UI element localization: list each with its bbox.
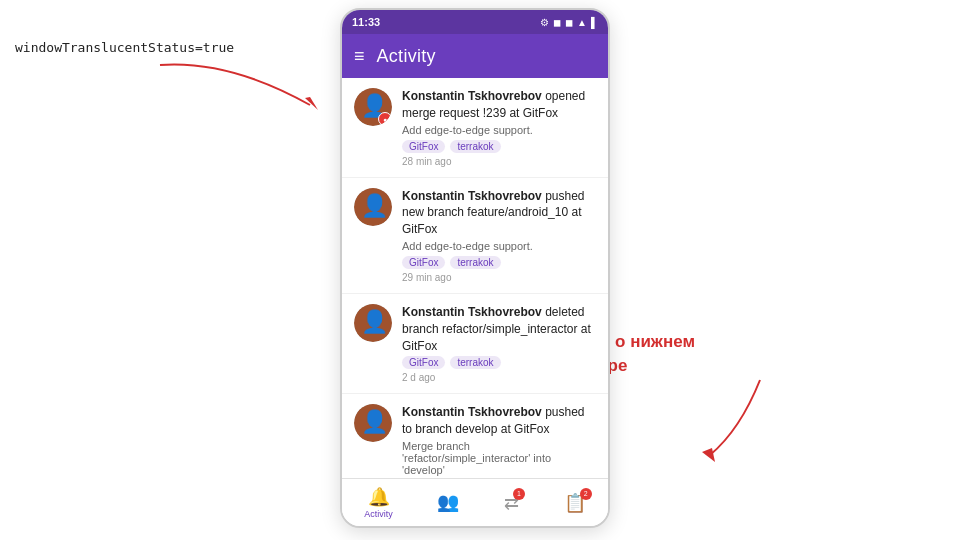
toolbar: ≡ Activity (342, 34, 608, 78)
item-title: Konstantin Tskhovrebov opened merge requ… (402, 88, 596, 122)
svg-marker-0 (305, 97, 318, 110)
list-item[interactable]: ● Konstantin Tskhovrebov opened merge re… (342, 78, 608, 178)
nav-item-list[interactable]: 📋 2 (558, 488, 592, 518)
avatar-image (354, 404, 392, 442)
item-time: 28 min ago (402, 156, 596, 167)
group-nav-icon: 👥 (437, 492, 459, 512)
item-tags: GitFox terrakok (402, 356, 596, 369)
avatar (354, 404, 392, 442)
tag-gitfox[interactable]: GitFox (402, 140, 445, 153)
battery-status-icon: ◼ (565, 17, 573, 28)
arrow-left-icon (150, 50, 360, 130)
avatar (354, 304, 392, 342)
mobile-signal-icon: ▌ (591, 17, 598, 28)
item-content: Konstantin Tskhovrebov pushed new branch… (402, 188, 596, 283)
item-tags: GitFox terrakok (402, 256, 596, 269)
activity-nav-label: Activity (364, 509, 393, 519)
tag-gitfox[interactable]: GitFox (402, 356, 445, 369)
menu-icon[interactable]: ≡ (354, 46, 365, 67)
item-time: 29 min ago (402, 272, 596, 283)
item-description: Add edge-to-edge support. (402, 240, 596, 252)
item-content: Konstantin Tskhovrebov pushed to branch … (402, 404, 596, 478)
avatar-image (354, 304, 392, 342)
list-item[interactable]: Konstantin Tskhovrebov pushed to branch … (342, 394, 608, 478)
tag-terrakok[interactable]: terrakok (450, 140, 500, 153)
status-bar: 11:33 ◼ ◼ ▲ ▌ (342, 10, 608, 34)
status-icons: ◼ ◼ ▲ ▌ (540, 17, 598, 28)
wifi-status-icon: ▲ (577, 17, 587, 28)
bottom-navigation: 🔔 Activity 👥 ⇄ 1 📋 2 (342, 478, 608, 526)
item-title: Konstantin Tskhovrebov pushed new branch… (402, 188, 596, 238)
nav-item-group[interactable]: 👥 (431, 487, 465, 518)
avatar (354, 188, 392, 226)
group-nav-badge-container: 👥 (437, 491, 459, 513)
phone-frame: 11:33 ◼ ◼ ▲ ▌ ≡ Activity ● Konstantin Ts… (340, 8, 610, 528)
avatar-image (354, 188, 392, 226)
tag-terrakok[interactable]: terrakok (450, 256, 500, 269)
nav-item-merge[interactable]: ⇄ 1 (498, 488, 525, 518)
list-item[interactable]: Konstantin Tskhovrebov pushed new branch… (342, 178, 608, 294)
merge-badge-count: 1 (513, 488, 525, 500)
arrow-right-icon (680, 370, 830, 470)
item-content: Konstantin Tskhovrebov deleted branch re… (402, 304, 596, 383)
signal-status-icon: ◼ (553, 17, 561, 28)
activity-nav-icon: 🔔 (368, 486, 390, 508)
list-item[interactable]: Konstantin Tskhovrebov deleted branch re… (342, 294, 608, 394)
avatar-badge: ● (378, 112, 392, 126)
item-time: 2 d ago (402, 372, 596, 383)
item-content: Konstantin Tskhovrebov opened merge requ… (402, 88, 596, 167)
item-description: Merge branch 'refactor/simple_interactor… (402, 440, 596, 476)
list-badge-count: 2 (580, 488, 592, 500)
item-description: Add edge-to-edge support. (402, 124, 596, 136)
tag-gitfox[interactable]: GitFox (402, 256, 445, 269)
item-title: Konstantin Tskhovrebov deleted branch re… (402, 304, 596, 354)
merge-nav-badge-container: ⇄ 1 (504, 492, 519, 514)
list-nav-badge-container: 📋 2 (564, 492, 586, 514)
item-title: Konstantin Tskhovrebov pushed to branch … (402, 404, 596, 438)
activity-list: ● Konstantin Tskhovrebov opened merge re… (342, 78, 608, 478)
toolbar-title: Activity (377, 46, 436, 67)
status-time: 11:33 (352, 16, 380, 28)
annotation-left: windowTranslucentStatus=true (15, 40, 234, 55)
tag-terrakok[interactable]: terrakok (450, 356, 500, 369)
item-tags: GitFox terrakok (402, 140, 596, 153)
svg-marker-1 (702, 448, 715, 462)
nav-item-activity[interactable]: 🔔 Activity (358, 482, 399, 523)
avatar: ● (354, 88, 392, 126)
settings-status-icon (540, 17, 549, 28)
